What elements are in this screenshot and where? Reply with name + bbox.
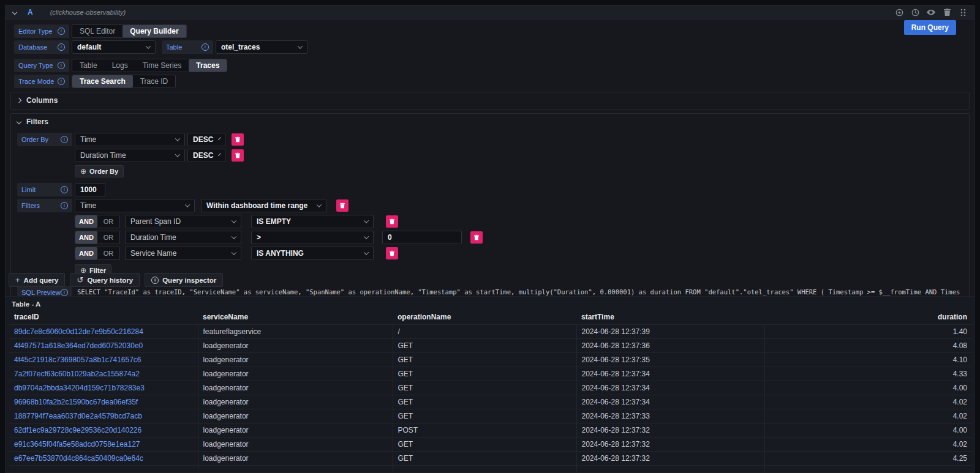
or-option[interactable]: OR <box>97 215 119 228</box>
table-row: 96968b10fa2b2c1590bc67dea06ef35f loadgen… <box>9 395 972 409</box>
info-icon[interactable] <box>58 78 65 85</box>
filter-operator-select[interactable]: IS EMPTY <box>251 215 374 228</box>
database-select[interactable]: default <box>72 40 156 54</box>
operation-name-cell: / <box>393 325 576 339</box>
filter-operator-select[interactable]: IS ANYTHING <box>251 247 374 260</box>
filter-operator-select[interactable]: > <box>251 231 374 244</box>
trace-id-link[interactable]: 89dc7e8c6060c0d12de7e9b50c216284 <box>14 327 143 336</box>
tab-time-series[interactable]: Time Series <box>135 59 189 72</box>
remove-order-by-button[interactable] <box>232 149 244 162</box>
tab-traces[interactable]: Traces <box>189 59 227 72</box>
service-name-cell: loadgenerator <box>198 339 393 353</box>
panel-title: Table - A <box>6 297 974 309</box>
and-option[interactable]: AND <box>75 247 97 259</box>
table-label: Table <box>162 40 213 54</box>
start-time-cell: 2024-06-28 12:37:32 <box>576 438 764 452</box>
column-header-traceid[interactable]: traceID <box>9 310 198 325</box>
trace-id-link[interactable]: e91c3645f04fa5e58adcd0758e1ea127 <box>14 440 140 449</box>
eye-icon[interactable] <box>927 8 935 17</box>
column-header-servicename[interactable]: serviceName <box>198 310 393 325</box>
limit-row: Limit 1000 <box>17 183 963 196</box>
filter-value-input[interactable]: 0 <box>382 231 462 244</box>
tab-sql-editor[interactable]: SQL Editor <box>72 25 123 37</box>
order-by-direction-select[interactable]: DESC <box>187 149 225 162</box>
chevron-down-icon <box>218 137 221 140</box>
editor-type-label: Editor Type <box>14 24 69 38</box>
start-time-cell: 2024-06-28 12:37:32 <box>576 452 764 466</box>
start-time-cell: 2024-06-28 12:37:34 <box>576 395 764 409</box>
table-select[interactable]: otel_traces <box>216 40 307 54</box>
trace-id-link[interactable]: 96968b10fa2b2c1590bc67dea06ef35f <box>14 398 138 406</box>
table-row: 89dc7e8c6060c0d12de7e9b50c216284 feature… <box>9 325 972 339</box>
filters-section-header[interactable]: Filters <box>17 116 963 128</box>
operation-name-cell: GET <box>393 367 576 381</box>
filter-field-select[interactable]: Duration Time <box>125 231 241 244</box>
column-header-duration[interactable]: duration <box>764 310 972 325</box>
filter-field-select[interactable]: Service Name <box>125 247 241 260</box>
remove-filter-button[interactable] <box>386 215 398 228</box>
trace-id-link[interactable]: db9704a2bbda34204d159c71b78283e3 <box>14 384 145 392</box>
time-filter-row: Filters Time Within dashboard time range <box>17 199 963 212</box>
collapse-query-icon[interactable] <box>12 10 17 15</box>
trace-id-link[interactable]: 4f45c21918c73698057a8b1c741657c6 <box>14 356 141 364</box>
tab-query-builder[interactable]: Query Builder <box>123 25 186 37</box>
info-icon[interactable] <box>202 43 209 51</box>
info-icon[interactable] <box>61 202 68 209</box>
record-icon[interactable] <box>895 8 903 17</box>
operation-name-cell: GET <box>393 381 576 395</box>
chevron-down-icon <box>317 202 322 207</box>
tab-table[interactable]: Table <box>72 59 105 72</box>
tab-logs[interactable]: Logs <box>105 59 135 72</box>
remove-filter-button[interactable] <box>336 199 349 212</box>
and-option[interactable]: AND <box>75 231 97 244</box>
info-icon[interactable] <box>58 43 65 51</box>
info-icon[interactable] <box>61 186 68 193</box>
remove-filter-button[interactable] <box>386 247 398 259</box>
spacer <box>17 253 72 254</box>
add-order-by-button[interactable]: ⊕ Order By <box>75 165 124 177</box>
limit-input[interactable]: 1000 <box>75 183 105 196</box>
query-row-header[interactable]: A (clickhouse-observability) <box>6 6 974 20</box>
filter-field-select[interactable]: Parent Span ID <box>125 215 241 228</box>
database-table-row: Database default Table otel_traces <box>14 40 971 54</box>
filter-operator-select[interactable]: Within dashboard time range <box>201 199 326 212</box>
trace-id-link[interactable]: 62df1ec9a29728c9e29536c20d140226 <box>14 426 141 434</box>
tab-trace-id[interactable]: Trace ID <box>133 75 176 88</box>
limit-label: Limit <box>17 183 72 196</box>
run-query-button[interactable]: Run Query <box>904 20 956 35</box>
remove-order-by-button[interactable] <box>232 133 244 146</box>
and-option[interactable]: AND <box>75 215 97 228</box>
order-by-direction-select[interactable]: DESC <box>187 133 225 146</box>
clock-icon[interactable] <box>911 8 919 17</box>
or-option[interactable]: OR <box>97 231 119 244</box>
order-by-field-select[interactable]: Time <box>75 133 185 146</box>
drag-handle-icon[interactable] <box>959 8 967 17</box>
info-icon[interactable] <box>58 28 65 35</box>
tab-trace-search[interactable]: Trace Search <box>72 75 133 88</box>
column-header-starttime[interactable]: startTime <box>576 310 764 325</box>
duration-cell: 1.40 <box>764 325 972 339</box>
trace-id-link[interactable]: 7a2f07ecf63c60b1029ab2ac155874a2 <box>14 370 140 378</box>
filter-field-select[interactable]: Time <box>75 199 195 212</box>
trace-id-link[interactable]: 4f497571a618e364ed7ded60752030e0 <box>14 341 143 350</box>
spacer <box>17 222 72 222</box>
query-history-button[interactable]: ↺ Query history <box>70 273 140 287</box>
info-icon[interactable] <box>61 289 68 296</box>
and-or-toggle: AND OR <box>75 247 120 260</box>
table-row: e67ee7b53870d4c864ca50409ca0e64c loadgen… <box>9 452 972 466</box>
chevron-down-icon <box>218 153 221 156</box>
trash-icon[interactable] <box>943 8 951 17</box>
info-icon[interactable] <box>58 62 65 69</box>
or-option[interactable]: OR <box>97 247 119 259</box>
duration-cell: 4.10 <box>764 353 972 367</box>
operation-name-cell: POST <box>393 423 576 438</box>
info-icon[interactable] <box>61 136 68 143</box>
trace-id-link[interactable]: 1887794f7eaa6037d0e2a4579bcd7acb <box>14 412 142 420</box>
order-by-field-select[interactable]: Duration Time <box>75 149 185 162</box>
remove-filter-button[interactable] <box>470 231 483 244</box>
query-inspector-button[interactable]: Query inspector <box>145 273 223 287</box>
columns-section-header[interactable]: Columns <box>17 94 963 106</box>
add-query-button[interactable]: + Add query <box>9 273 65 287</box>
trace-id-link[interactable]: e67ee7b53870d4c864ca50409ca0e64c <box>14 454 143 463</box>
column-header-operationname[interactable]: operationName <box>393 310 576 325</box>
